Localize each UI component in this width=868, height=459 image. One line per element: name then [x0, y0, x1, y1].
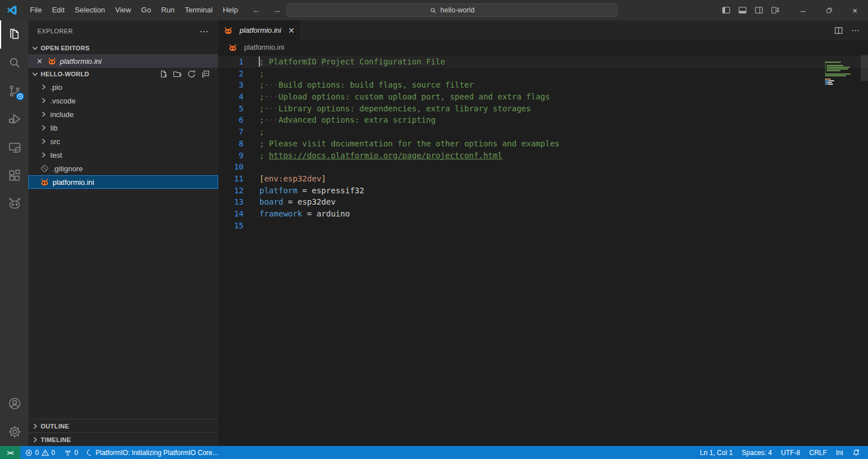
code-line-2[interactable]: 2; [218, 68, 868, 80]
chevron-right-icon [31, 422, 40, 431]
activity-remote-explorer[interactable] [0, 133, 28, 162]
code-line-12[interactable]: 12platform = espressif32 [218, 185, 868, 197]
tree-item-platformioini[interactable]: platformio.ini [28, 175, 218, 189]
code-line-15[interactable]: 15 [218, 220, 868, 232]
code-line-13[interactable]: 13board = esp32dev [218, 196, 868, 208]
ports-indicator[interactable]: 0 [59, 446, 83, 459]
code-line-14[interactable]: 14framework = arduino [218, 208, 868, 220]
vscode-logo-icon [6, 4, 18, 16]
activity-extensions[interactable] [0, 162, 28, 190]
tree-item-lib[interactable]: lib [28, 121, 218, 135]
problems-indicator[interactable]: 0 0 [20, 446, 59, 459]
menu-view[interactable]: View [110, 0, 136, 20]
line-text: ; https://docs.platformio.org/page/proje… [259, 150, 502, 162]
code-editor[interactable]: 1; PlatformIO Project Configuration File… [218, 55, 868, 446]
close-editor-icon[interactable]: ✕ [35, 57, 44, 66]
activity-run-and-debug[interactable] [0, 105, 28, 133]
tree-item-vscode[interactable]: .vscode [28, 94, 218, 107]
line-text: ; PlatformIO Project Configuration File [259, 56, 445, 68]
go-back-icon[interactable]: ← [252, 5, 261, 15]
activity-accounts[interactable] [0, 389, 28, 418]
editor-more-icon[interactable]: ⋯ [851, 25, 860, 36]
outline-header[interactable]: OUTLINE [28, 419, 218, 432]
menu-help[interactable]: Help [218, 0, 243, 20]
activity-bar [0, 20, 28, 446]
toggle-secondary-sidebar-icon[interactable] [754, 6, 763, 15]
explorer-more-icon[interactable]: ⋯ [199, 26, 209, 37]
open-editor-item[interactable]: ✕ platformio.ini [28, 54, 218, 68]
restore-button[interactable] [816, 0, 842, 20]
tree-item-gitignore[interactable]: .gitignore [28, 162, 218, 175]
toggle-panel-icon[interactable] [738, 6, 747, 15]
code-line-4[interactable]: 4;···Upload options: custom upload port,… [218, 91, 868, 103]
code-line-1[interactable]: 1; PlatformIO Project Configuration File [218, 56, 868, 68]
breadcrumb[interactable]: platformio.ini [218, 40, 868, 55]
open-editor-label: platformio.ini [60, 57, 102, 66]
menu-file[interactable]: File [25, 0, 47, 20]
platformio-file-icon [40, 177, 49, 187]
warning-count: 0 [51, 449, 55, 457]
encoding[interactable]: UTF-8 [776, 446, 805, 459]
activity-platformio[interactable] [0, 190, 28, 218]
minimap[interactable] [825, 57, 860, 83]
ports-count: 0 [74, 449, 78, 457]
tree-item-label: .vscode [50, 97, 76, 105]
go-forward-icon[interactable]: → [272, 5, 281, 15]
new-file-icon[interactable] [159, 70, 168, 79]
search-text: hello-world [440, 6, 474, 14]
menu-go[interactable]: Go [136, 0, 156, 20]
code-line-7[interactable]: 7; [218, 126, 868, 138]
menu-run[interactable]: Run [156, 0, 180, 20]
project-header[interactable]: HELLO-WORLD [28, 68, 218, 80]
editor-scrollbar[interactable] [861, 55, 868, 446]
activity-settings[interactable] [0, 418, 28, 446]
line-text: platform = espressif32 [259, 185, 364, 197]
tree-item-pio[interactable]: .pio [28, 80, 218, 94]
code-line-8[interactable]: 8; Please visit documentation for the ot… [218, 138, 868, 150]
close-tab-icon[interactable]: ✕ [288, 26, 295, 35]
chevron-right-icon [39, 110, 48, 119]
activity-search[interactable] [0, 49, 28, 77]
menu-selection[interactable]: Selection [70, 0, 110, 20]
command-center-search[interactable]: hello-world [287, 3, 618, 17]
new-folder-icon[interactable] [173, 70, 182, 79]
open-editors-header[interactable]: OPEN EDITORS [28, 42, 218, 54]
code-line-10[interactable]: 10 [218, 161, 868, 173]
activity-source-control[interactable] [0, 77, 28, 105]
toggle-sidebar-icon[interactable] [722, 6, 731, 15]
error-icon [25, 449, 33, 457]
cursor-position[interactable]: Ln 1, Col 1 [696, 446, 737, 459]
tree-item-label: .pio [50, 83, 62, 92]
code-line-11[interactable]: 11[env:esp32dev] [218, 173, 868, 185]
menu-edit[interactable]: Edit [47, 0, 70, 20]
language-mode[interactable]: Ini [831, 446, 848, 459]
split-editor-icon[interactable] [834, 26, 843, 35]
line-text: ; [259, 126, 264, 138]
code-line-5[interactable]: 5;···Library options: dependencies, extr… [218, 103, 868, 115]
close-window-button[interactable]: × [842, 0, 868, 20]
code-line-3[interactable]: 3;···Build options: build flags, source … [218, 79, 868, 91]
chevron-down-icon [31, 44, 40, 53]
remote-indicator[interactable]: >< [0, 446, 20, 459]
platformio-status[interactable]: PlatformIO: Initializing PlatformIO Core… [83, 446, 223, 459]
eol-sequence[interactable]: CRLF [805, 446, 831, 459]
breadcrumb-item[interactable]: platformio.ini [244, 44, 284, 51]
indentation[interactable]: Spaces: 4 [737, 446, 776, 459]
tab-platformio-ini[interactable]: platformio.ini ✕ [218, 20, 300, 40]
tree-item-include[interactable]: include [28, 107, 218, 121]
extensions-icon [7, 168, 22, 183]
notifications-bell[interactable] [848, 446, 865, 459]
minimize-button[interactable]: – [790, 0, 816, 20]
timeline-header[interactable]: TIMELINE [28, 432, 218, 446]
menu-terminal[interactable]: Terminal [180, 0, 218, 20]
customize-layout-icon[interactable] [771, 6, 780, 15]
line-number: 13 [218, 196, 244, 208]
tree-item-label: .gitignore [53, 164, 83, 173]
code-line-6[interactable]: 6;···Advanced options: extra scripting [218, 114, 868, 126]
code-line-9[interactable]: 9; https://docs.platformio.org/page/proj… [218, 150, 868, 162]
refresh-icon[interactable] [187, 70, 196, 79]
activity-explorer[interactable] [0, 20, 28, 49]
tree-item-src[interactable]: src [28, 135, 218, 148]
collapse-all-icon[interactable] [201, 70, 210, 79]
tree-item-test[interactable]: test [28, 148, 218, 162]
